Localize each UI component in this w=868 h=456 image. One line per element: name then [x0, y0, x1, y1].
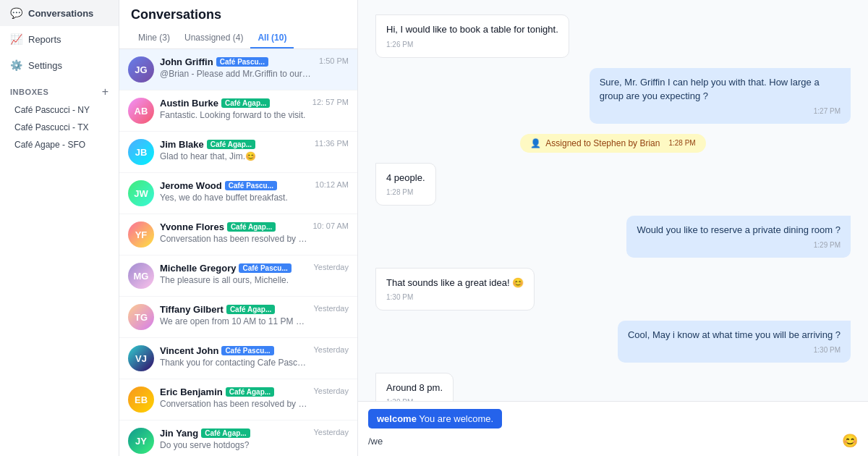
- emoji-icon[interactable]: 😊: [842, 433, 858, 449]
- conv-name-row: Jin Yang Café Agap...: [160, 428, 307, 439]
- sidebar-item-settings[interactable]: ⚙️Settings: [0, 52, 119, 78]
- sidebar-item-label: Settings: [28, 60, 62, 71]
- message-text: Sure, Mr. Griffin I can help you with th…: [600, 75, 841, 104]
- avatar: TG: [128, 304, 154, 330]
- message-bubble: Around 8 pm. 1:30 PM: [375, 373, 454, 402]
- conv-info: Vincent John Café Pascu... Thank you for…: [160, 345, 307, 368]
- sidebar-item-reports[interactable]: 📈Reports: [0, 26, 119, 52]
- avatar: YF: [128, 221, 154, 248]
- conv-info: Jin Yang Café Agap... Do you serve hotdo…: [160, 428, 307, 450]
- message-text: Would you like to reserve a private dini…: [637, 223, 841, 237]
- inboxes-section: Inboxes +: [0, 78, 119, 101]
- conv-name-row: John Griffin Café Pascu...: [160, 56, 313, 67]
- avatar: JG: [128, 56, 154, 83]
- conv-item-7[interactable]: TG Tiffany Gilbert Café Agap... We are o…: [119, 297, 357, 338]
- conv-preview: Conversation has been resolved by Brian.: [160, 399, 307, 409]
- conv-item-10[interactable]: JY Jin Yang Café Agap... Do you serve ho…: [119, 421, 357, 456]
- conv-item-9[interactable]: EB Eric Benjamin Café Agap... Conversati…: [119, 379, 357, 421]
- conv-item-3[interactable]: JB Jim Blake Café Agap... Glad to hear t…: [119, 132, 357, 173]
- message-text: That sounds like a great idea! 😊: [386, 276, 524, 290]
- conv-preview: Thank you for contacting Cafe Pascussi! …: [160, 358, 307, 368]
- conv-badge: Café Agap...: [226, 387, 274, 397]
- conv-time: Yesterday: [313, 387, 349, 395]
- conv-time: 11:36 PM: [315, 139, 349, 148]
- conv-name-row: Tiffany Gilbert Café Agap...: [160, 304, 307, 315]
- conv-time: Yesterday: [313, 428, 349, 436]
- system-text: Assigned to Stephen by Brian: [545, 138, 660, 148]
- conv-item-1[interactable]: JG John Griffin Café Pascu... @Brian - P…: [119, 49, 357, 90]
- conv-name: Jin Yang: [160, 428, 198, 439]
- input-row: 😊: [368, 433, 858, 449]
- conv-name-row: Yvonne Flores Café Agap...: [160, 221, 307, 232]
- conv-info: Austin Burke Café Agap... Fantastic. Loo…: [160, 98, 307, 120]
- message-time: 1:30 PM: [386, 292, 524, 303]
- avatar: AB: [128, 98, 154, 124]
- message-bubble: That sounds like a great idea! 😊 1:30 PM: [375, 268, 535, 311]
- conv-name: Austin Burke: [160, 98, 218, 109]
- system-person-icon: 👤: [530, 138, 541, 148]
- chat-input[interactable]: [368, 436, 836, 447]
- conv-item-4[interactable]: JW Jerome Wood Café Pascu... Yes, we do …: [119, 173, 357, 214]
- message-time: 1:29 PM: [637, 240, 841, 250]
- message-bubble: Hi, I would like to book a table for ton…: [375, 14, 569, 58]
- avatar: MG: [128, 263, 154, 289]
- add-inbox-icon[interactable]: +: [102, 85, 109, 98]
- message-text: Around 8 pm.: [386, 381, 443, 395]
- msg-row-4: 4 people. 1:28 PM: [375, 163, 851, 206]
- message-time: 1:28 PM: [386, 187, 425, 198]
- message-time: 1:27 PM: [600, 106, 841, 117]
- chat-input-area: welcome You are welcome. 😊: [358, 401, 868, 456]
- conv-tab-unassigned[interactable]: Unassigned (4): [177, 28, 250, 48]
- conv-name: Yvonne Flores: [160, 221, 224, 232]
- sidebar-item-conversations[interactable]: 💬Conversations: [0, 0, 119, 26]
- conv-item-8[interactable]: VJ Vincent John Café Pascu... Thank you …: [119, 338, 357, 379]
- conv-items: JG John Griffin Café Pascu... @Brian - P…: [119, 49, 357, 456]
- conv-badge: Café Agap...: [226, 305, 275, 314]
- conv-badge: Café Agap...: [201, 428, 250, 438]
- conv-info: Tiffany Gilbert Café Agap... We are open…: [160, 304, 307, 326]
- chat-area: Hi, I would like to book a table for ton…: [358, 0, 868, 456]
- conv-info: Eric Benjamin Café Agap... Conversation …: [160, 387, 307, 409]
- conv-badge: Café Agap...: [221, 98, 270, 108]
- conv-info: Jerome Wood Café Pascu... Yes, we do hav…: [160, 180, 310, 203]
- conv-badge: Café Pascu...: [239, 263, 291, 273]
- conv-list-title: Conversations: [131, 7, 346, 22]
- message-text: Cool, May i know at what time you will b…: [628, 328, 841, 342]
- conv-time: 10: 07 AM: [312, 221, 349, 230]
- conv-tabs: Mine (3)Unassigned (4)All (10): [131, 28, 346, 48]
- conv-preview: Conversation has been resolved by Stephe…: [160, 234, 307, 244]
- message-text: Hi, I would like to book a table for ton…: [386, 22, 558, 37]
- message-bubble: Would you like to reserve a private dini…: [626, 216, 851, 258]
- sidebar-item-label: Conversations: [28, 8, 93, 19]
- message-bubble: Sure, Mr. Griffin I can help you with th…: [590, 68, 851, 124]
- msg-row-2: Sure, Mr. Griffin I can help you with th…: [375, 68, 851, 124]
- conv-item-5[interactable]: YF Yvonne Flores Café Agap... Conversati…: [119, 214, 357, 256]
- conv-time: Yesterday: [313, 345, 349, 354]
- conv-name: Michelle Gregory: [160, 263, 236, 274]
- conv-name-row: Michelle Gregory Café Pascu...: [160, 263, 307, 274]
- conv-tab-all[interactable]: All (10): [250, 28, 294, 48]
- sidebar-inbox-cafe-pascucci-ny[interactable]: Café Pascucci - NY: [0, 101, 119, 119]
- msg-row-8: Around 8 pm. 1:30 PM: [375, 373, 851, 402]
- conv-name: Vincent John: [160, 345, 218, 356]
- conv-name-row: Eric Benjamin Café Agap...: [160, 387, 307, 397]
- avatar: VJ: [128, 345, 154, 371]
- conversations-icon: 💬: [10, 7, 22, 19]
- conv-item-6[interactable]: MG Michelle Gregory Café Pascu... The pl…: [119, 256, 357, 297]
- message-bubble: Cool, May i know at what time you will b…: [618, 321, 851, 363]
- sidebar-item-label: Reports: [28, 34, 61, 45]
- conv-badge: Café Agap...: [207, 140, 255, 149]
- input-suggestion: welcome You are welcome.: [368, 409, 502, 428]
- sidebar-inbox-cafe-agape-sfo[interactable]: Café Agape - SFO: [0, 136, 119, 153]
- conv-time: 12: 57 PM: [312, 98, 349, 106]
- sidebar-inboxes: Café Pascucci - NYCafé Pascucci - TXCafé…: [0, 101, 119, 153]
- conv-name-row: Austin Burke Café Agap...: [160, 98, 307, 109]
- message-bubble: 4 people. 1:28 PM: [375, 163, 436, 206]
- conv-item-2[interactable]: AB Austin Burke Café Agap... Fantastic. …: [119, 90, 357, 132]
- conv-preview: @Brian - Please add Mr.Griffin to our li…: [160, 69, 313, 79]
- conv-tab-mine[interactable]: Mine (3): [131, 28, 177, 48]
- message-text: 4 people.: [386, 171, 425, 185]
- conv-time: Yesterday: [313, 304, 349, 313]
- sidebar-inbox-cafe-pascucci-tx[interactable]: Café Pascucci - TX: [0, 119, 119, 136]
- conv-name-row: Jerome Wood Café Pascu...: [160, 180, 310, 191]
